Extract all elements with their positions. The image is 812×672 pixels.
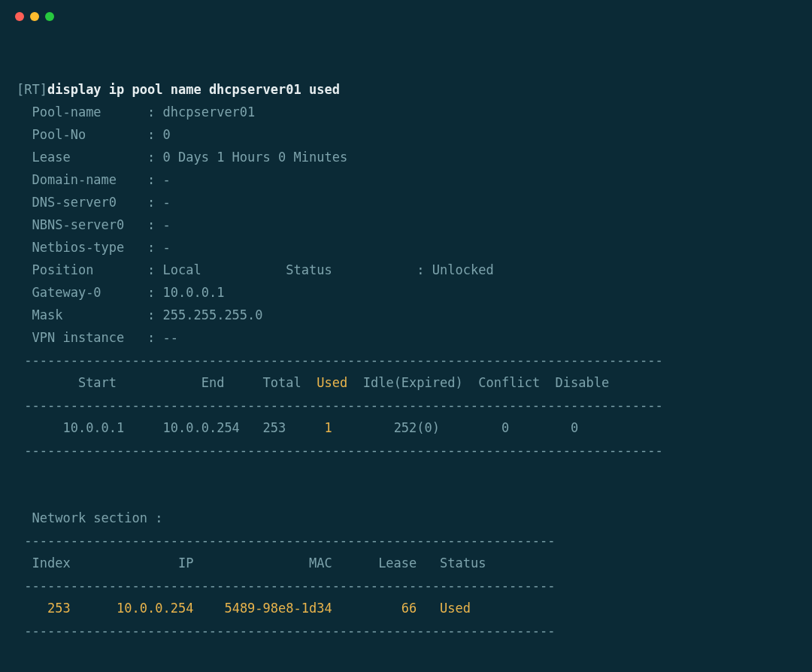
net-row-lease: 66 — [401, 601, 417, 616]
field-dns-server0: - — [163, 195, 171, 210]
divider: ----------------------------------------… — [17, 353, 663, 368]
divider: ----------------------------------------… — [17, 623, 555, 638]
pool-row-disable: 0 — [571, 420, 578, 435]
field-vpn-instance-label: VPN instance — [32, 330, 124, 345]
field-lease-label: Lease — [32, 150, 70, 165]
field-domain-name: - — [163, 172, 171, 187]
network-section-label: Network section : — [32, 510, 162, 525]
pool-row-total: 253 — [263, 420, 286, 435]
pool-row-conflict: 0 — [501, 420, 509, 435]
field-vpn-instance: -- — [163, 330, 178, 345]
field-nbns-server0: - — [163, 217, 171, 232]
terminal-output[interactable]: [RT]display ip pool name dhcpserver01 us… — [0, 33, 812, 672]
zoom-icon[interactable] — [45, 12, 54, 21]
net-hdr-mac: MAC — [309, 555, 332, 571]
field-mask-label: Mask — [32, 307, 62, 322]
field-netbios-type-label: Netbios-type — [32, 240, 124, 255]
field-pool-no-label: Pool-No — [32, 127, 86, 142]
net-row-index: 253 — [47, 601, 71, 616]
minimize-icon[interactable] — [30, 12, 39, 21]
field-status-label: Status — [286, 262, 332, 277]
field-lease: 0 Days 1 Hours 0 Minutes — [163, 150, 348, 165]
field-mask: 255.255.255.0 — [163, 307, 263, 322]
net-hdr-status: Status — [440, 555, 486, 571]
pool-hdr-start: Start — [78, 375, 117, 390]
divider: ----------------------------------------… — [17, 398, 663, 413]
net-hdr-ip: IP — [178, 555, 193, 571]
pool-hdr-disable: Disable — [556, 375, 610, 390]
field-pool-name: dhcpserver01 — [163, 104, 256, 120]
field-gateway0-label: Gateway-0 — [32, 285, 101, 300]
pool-hdr-total: Total — [263, 375, 301, 390]
pool-row-used: 1 — [324, 420, 332, 435]
field-position: Local — [163, 262, 201, 277]
pool-hdr-conflict: Conflict — [478, 375, 540, 390]
field-position-label: Position — [32, 262, 93, 277]
divider: ----------------------------------------… — [17, 443, 663, 458]
field-status: Unlocked — [432, 262, 494, 277]
net-hdr-index: Index — [32, 555, 70, 571]
close-icon[interactable] — [15, 12, 24, 21]
pool-hdr-idle-expired: Idle(Expired) — [363, 375, 463, 390]
field-netbios-type: - — [163, 240, 171, 255]
net-hdr-lease: Lease — [378, 555, 417, 571]
field-dns-server0-label: DNS-server0 — [32, 195, 117, 210]
field-nbns-server0-label: NBNS-server0 — [32, 217, 124, 232]
command-line: display ip pool name dhcpserver01 used — [47, 82, 340, 97]
net-row-ip: 10.0.0.254 — [117, 601, 193, 616]
window-titlebar — [0, 0, 812, 33]
divider: ----------------------------------------… — [17, 578, 555, 593]
field-gateway0: 10.0.0.1 — [163, 285, 225, 300]
net-row-status: Used — [440, 601, 471, 616]
pool-row-end: 10.0.0.254 — [163, 420, 240, 435]
pool-hdr-end: End — [201, 375, 225, 390]
pool-row-idle-expired: 252(0) — [394, 420, 440, 435]
pool-hdr-used: Used — [317, 375, 347, 390]
divider: ----------------------------------------… — [17, 533, 555, 548]
pool-row-start: 10.0.0.1 — [62, 420, 124, 435]
field-domain-name-label: Domain-name — [32, 172, 117, 187]
field-pool-name-label: Pool-name — [32, 104, 101, 120]
prompt-start: [RT] — [17, 82, 47, 97]
net-row-mac: 5489-98e8-1d34 — [224, 601, 332, 616]
field-pool-no: 0 — [163, 127, 171, 142]
